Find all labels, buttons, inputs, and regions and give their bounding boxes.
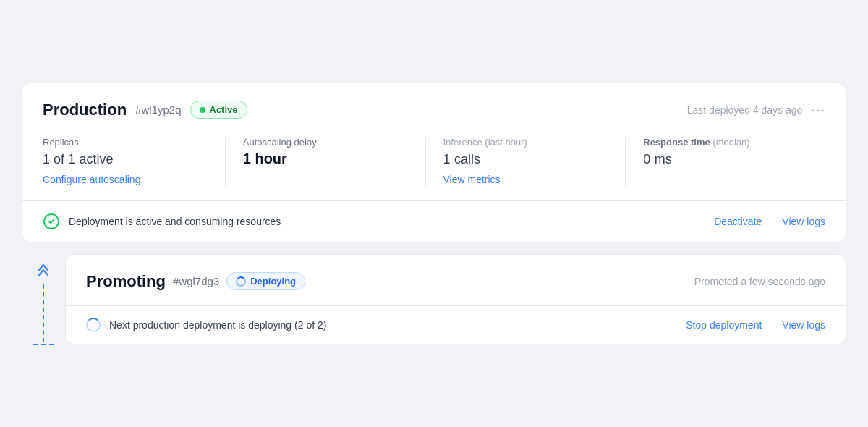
check-circle-icon	[43, 213, 60, 230]
replicas-label: Replicas	[43, 137, 208, 148]
more-options-button[interactable]: ···	[811, 101, 825, 118]
replicas-value: 1 of 1 active	[43, 151, 208, 167]
promoting-card-top: Promoting #wgl7dg3 Deploying Promoted a …	[66, 255, 846, 305]
active-dot	[200, 107, 205, 113]
inference-value: 1 calls	[443, 151, 608, 167]
deactivate-link[interactable]: Deactivate	[714, 216, 762, 227]
production-title: Production	[43, 101, 127, 119]
promoting-header: Promoting #wgl7dg3 Deploying Promoted a …	[86, 272, 825, 291]
replicas-block: Replicas 1 of 1 active Configure autosca…	[43, 137, 226, 186]
promoted-time: Promoted a few seconds ago	[694, 276, 825, 287]
production-title-group: Production #wl1yp2q Active	[43, 101, 247, 119]
inference-block: Inference (last hour) 1 calls View metri…	[443, 137, 626, 186]
production-card: Production #wl1yp2q Active Last deployed…	[22, 83, 846, 242]
alert-message: Deployment is active and consuming resou…	[69, 216, 694, 227]
configure-autoscaling-link[interactable]: Configure autoscaling	[43, 174, 140, 185]
response-value: 0 ms	[643, 151, 808, 167]
promoting-section: Promoting #wgl7dg3 Deploying Promoted a …	[22, 254, 846, 345]
deploying-alert-message: Next production deployment is deploying …	[109, 319, 665, 331]
promoting-id: #wgl7dg3	[173, 275, 219, 287]
production-id: #wl1yp2q	[135, 103, 181, 116]
production-card-top: Production #wl1yp2q Active Last deployed…	[22, 83, 846, 200]
production-card-header: Production #wl1yp2q Active Last deployed…	[43, 101, 825, 119]
autoscaling-label: Autoscaling delay	[243, 137, 408, 148]
chevrons-up-icon	[37, 260, 50, 280]
deploying-spinner-icon	[86, 318, 101, 332]
view-metrics-link[interactable]: View metrics	[443, 174, 501, 185]
response-label: Response time (median)	[643, 137, 808, 148]
production-alert-bar: Deployment is active and consuming resou…	[22, 200, 846, 242]
view-logs-link[interactable]: View logs	[782, 216, 825, 227]
promoting-card: Promoting #wgl7dg3 Deploying Promoted a …	[65, 254, 846, 344]
active-badge: Active	[190, 101, 247, 119]
deploying-label: Deploying	[250, 276, 296, 287]
production-meta: Last deployed 4 days ago ···	[687, 101, 825, 118]
last-deployed-text: Last deployed 4 days ago	[687, 104, 803, 116]
promoting-view-logs-link[interactable]: View logs	[782, 319, 825, 331]
promoting-title: Promoting	[86, 272, 166, 291]
response-time-block: Response time (median) 0 ms	[643, 137, 825, 186]
promoting-title-group: Promoting #wgl7dg3 Deploying	[86, 272, 305, 291]
stats-row: Replicas 1 of 1 active Configure autosca…	[43, 137, 825, 186]
stop-deployment-link[interactable]: Stop deployment	[686, 319, 762, 331]
inference-label: Inference (last hour)	[443, 137, 608, 148]
autoscaling-value: 1 hour	[243, 151, 408, 167]
up-arrow-indicator	[33, 260, 54, 345]
spinner-icon	[236, 276, 246, 287]
autoscaling-block: Autoscaling delay 1 hour	[243, 137, 426, 186]
active-label: Active	[210, 104, 238, 115]
deploying-badge: Deploying	[226, 272, 305, 290]
dashed-connector	[22, 254, 65, 345]
deploying-alert-bar: Next production deployment is deploying …	[66, 305, 846, 344]
horizontal-dashed-line	[33, 344, 54, 345]
page-container: Production #wl1yp2q Active Last deployed…	[22, 83, 846, 345]
vertical-dashed-line	[43, 284, 44, 342]
